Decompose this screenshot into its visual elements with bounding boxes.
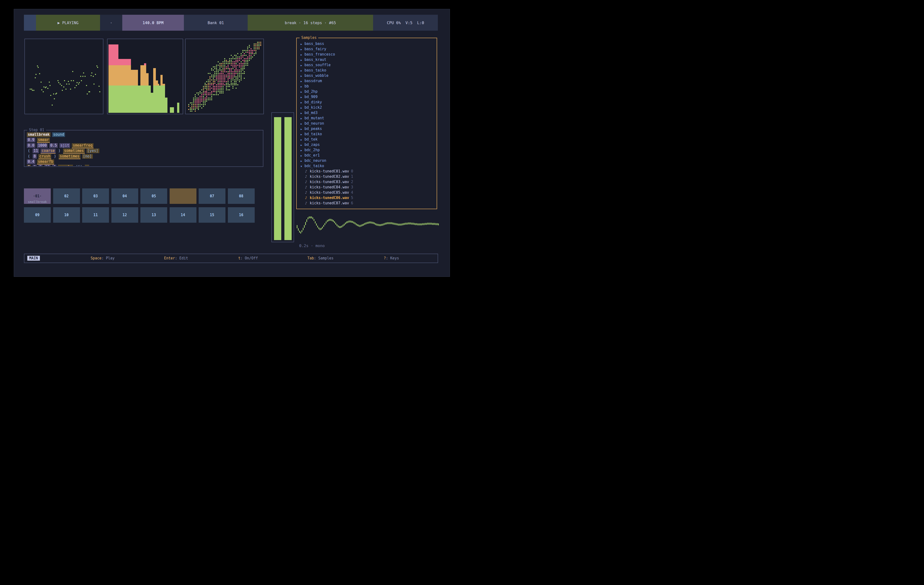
sample-folder-row[interactable]: ▶bass_taiko: [297, 68, 436, 73]
code-token[interactable]: 6: [38, 165, 43, 166]
sample-folder-row[interactable]: ▶bb: [297, 84, 436, 89]
code-token[interactable]: 0.5: [49, 143, 58, 148]
sample-file-row[interactable]: ♪kicks-tunedC04.wav3: [297, 185, 436, 190]
code-token[interactable]: smallbreak: [27, 132, 51, 137]
transport-segment-slot[interactable]: [24, 15, 36, 31]
step-cell-7[interactable]: 07: [199, 188, 226, 204]
sample-folder-row[interactable]: ▶bd_2hp: [297, 89, 436, 94]
sample-list[interactable]: ▶bass_bass▶bass_fairy▶bass_francesco▶bas…: [297, 41, 436, 208]
sample-folder-row[interactable]: ▶bd_md3: [297, 110, 436, 115]
transport-segment-pattern[interactable]: break · 16 steps · #65: [248, 15, 373, 31]
code-token[interactable]: sometimes: [63, 148, 84, 153]
sample-folder-row[interactable]: ▶bass_souffle: [297, 62, 436, 68]
sample-folder-row[interactable]: ▶bd_dinky: [297, 99, 436, 105]
leaf-dot: [221, 76, 222, 77]
sample-folder-row[interactable]: ▶bass_wobble: [297, 73, 436, 78]
step-cell-11[interactable]: 11: [82, 207, 109, 223]
sample-name: bd_dinky: [304, 100, 322, 104]
leaf-dot: [196, 99, 197, 100]
step-cell-16[interactable]: 16: [228, 207, 255, 223]
step-cell-4[interactable]: 04: [111, 188, 138, 204]
transport-segment-playing[interactable]: ▶ PLAYING: [36, 15, 100, 31]
code-token[interactable]: 4: [52, 165, 56, 166]
code-token[interactable]: smearfb: [37, 160, 54, 165]
leaf-dot: [224, 76, 225, 77]
leaf-dot: [223, 81, 223, 82]
step-cell-1[interactable]: ·01·smallbreak: [24, 188, 51, 204]
sample-folder-row[interactable]: ▼bdc_taiko: [297, 163, 436, 168]
code-token[interactable]: [yes]: [86, 148, 99, 153]
sample-folder-row[interactable]: ▶bd_zaps: [297, 142, 436, 147]
step-cell-9[interactable]: 09: [24, 207, 51, 223]
sample-folder-row[interactable]: ▶bass_fairy: [297, 46, 436, 52]
step-cell-2[interactable]: 02: [53, 188, 80, 204]
sample-folder-row[interactable]: ▶bdc_neuron: [297, 158, 436, 163]
step-cell-5[interactable]: 05: [140, 188, 167, 204]
step-cell-6[interactable]: 06: [170, 188, 196, 204]
code-token[interactable]: 6: [33, 165, 37, 166]
leaf-dot: [243, 55, 243, 56]
code-token[interactable]: 1000: [37, 143, 48, 148]
sample-folder-row[interactable]: ▶bd_kick2: [297, 105, 436, 110]
transport-segment-bpm[interactable]: 140.0 BPM: [122, 15, 184, 31]
code-token[interactable]: (: [27, 154, 31, 159]
code-token[interactable]: pcycle: [58, 165, 73, 166]
sample-file-row[interactable]: ♪kicks-tunedC06.wav5: [297, 195, 436, 201]
sample-file-row[interactable]: ♪kicks-tunedC03.wav2: [297, 179, 436, 185]
code-token[interactable]: 0.4: [27, 160, 35, 164]
code-token[interactable]: sjit: [59, 143, 70, 148]
code-token[interactable]: 8: [33, 154, 37, 159]
code-token[interactable]: ): [57, 148, 61, 153]
code-token[interactable]: 11: [33, 148, 39, 153]
sample-folder-row[interactable]: ▶bd_taiko: [297, 132, 436, 137]
step-cell-3[interactable]: 03: [82, 188, 109, 204]
code-token[interactable]: [no]: [82, 154, 93, 159]
sample-folder-row[interactable]: ▶bdc_er1: [297, 153, 436, 158]
sample-folder-row[interactable]: ▶bd_tek: [297, 137, 436, 142]
code-line: (8crush)sometimes[no]: [27, 153, 261, 159]
sample-folder-row[interactable]: ▶bass_kraut: [297, 57, 436, 62]
transport-segment-stats[interactable]: CPU 6% V:5 L:0: [373, 15, 438, 31]
transport-segment-gap[interactable]: ·: [100, 15, 122, 31]
sample-folder-row[interactable]: ▶bd_peaks: [297, 126, 436, 132]
sample-file-row[interactable]: ♪kicks-tunedC05.wav4: [297, 190, 436, 195]
code-token[interactable]: ): [53, 154, 57, 159]
leaf-dot: [247, 61, 248, 62]
sample-folder-row[interactable]: ▶bd_909: [297, 94, 436, 99]
sample-folder-row[interactable]: ▶bass_francesco: [297, 52, 436, 57]
sample-folder-row[interactable]: ▶bd_mutant: [297, 115, 436, 121]
leaf-dot: [213, 91, 214, 92]
sample-file-row[interactable]: ♪kicks-tunedC02.wav1: [297, 174, 436, 179]
sample-file-row[interactable]: ♪kicks-tunedC01.wav0: [297, 168, 436, 174]
step-cell-15[interactable]: 15: [199, 207, 226, 223]
sample-folder-row[interactable]: ▶bassdrum: [297, 78, 436, 84]
sample-folder-row[interactable]: ▶bass_bass: [297, 41, 436, 46]
step-cell-14[interactable]: 14: [170, 207, 196, 223]
code-token[interactable]: sound: [52, 132, 65, 137]
step-cell-label: 14: [181, 213, 185, 217]
code-token[interactable]: (: [27, 148, 31, 153]
step-cell-12[interactable]: 12: [111, 207, 138, 223]
code-token[interactable]: smearfreq: [72, 143, 93, 148]
step-editor-panel: Step 01 smallbreaksound0.9smear0.010000.…: [24, 130, 263, 167]
transport-segment-bank[interactable]: Bank 01: [184, 15, 248, 31]
code-token[interactable]: 0.9: [27, 138, 35, 142]
code-token[interactable]: coarse: [41, 148, 56, 153]
step-cell-10[interactable]: 10: [53, 207, 80, 223]
sample-folder-row[interactable]: ▶bdc_2hp: [297, 147, 436, 153]
code-token[interactable]: 0.0: [27, 143, 35, 148]
step-cell-8[interactable]: 08: [228, 188, 255, 204]
leaf-dot: [259, 45, 259, 46]
code-token[interactable]: smear: [37, 138, 50, 143]
code-token[interactable]: 13: [44, 165, 51, 166]
code-token[interactable]: n: [85, 165, 89, 166]
code-token[interactable]: 6: [27, 165, 31, 166]
step-cell-13[interactable]: 13: [140, 207, 167, 223]
code-token[interactable]: crush: [38, 154, 51, 159]
sample-folder-row[interactable]: ▶bd_neuron: [297, 121, 436, 126]
sample-index: 1: [351, 175, 353, 179]
scatter-dot: [73, 80, 74, 81]
sample-file-row[interactable]: ♪kicks-tunedC07.wav6: [297, 201, 436, 206]
code-token[interactable]: sometimes: [59, 154, 80, 159]
code-token[interactable]: [6]: [75, 165, 83, 166]
